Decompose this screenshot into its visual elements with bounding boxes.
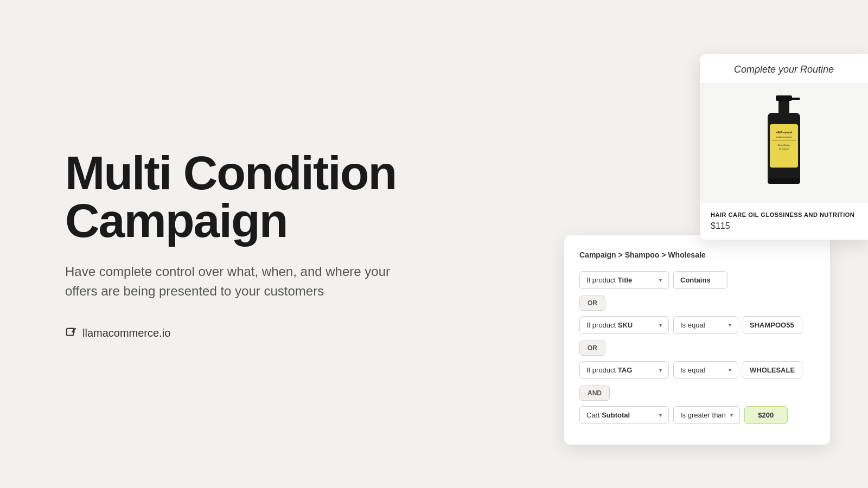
product-image-area: HAIR natural by llamacommerce Gloss & Nu… xyxy=(700,84,868,203)
chevron-down-icon-7: ▾ xyxy=(730,412,733,418)
product-price: $115 xyxy=(711,221,857,231)
is-greater-than-select[interactable]: Is greater than ▾ xyxy=(673,406,740,424)
is-equal-select-1[interactable]: Is equal ▾ xyxy=(673,316,738,334)
product-title-select[interactable]: If product Title ▾ xyxy=(579,271,669,289)
chevron-down-icon-3: ▾ xyxy=(729,322,731,328)
product-tag-select[interactable]: If product TAG ▾ xyxy=(579,361,669,379)
product-bottle-image: HAIR natural by llamacommerce Gloss & Nu… xyxy=(762,94,806,192)
product-sku-select[interactable]: If product SKU ▾ xyxy=(579,316,669,334)
product-tag-label: If product TAG xyxy=(586,366,632,374)
chevron-down-icon: ▾ xyxy=(659,277,662,283)
is-greater-than-label: Is greater than xyxy=(680,411,726,419)
svg-rect-3 xyxy=(776,95,792,101)
is-equal-label-1: Is equal xyxy=(680,321,705,329)
product-title-label: If product Title xyxy=(586,276,632,284)
chevron-down-icon-5: ▾ xyxy=(729,367,731,373)
svg-text:Gloss & Nutrition: Gloss & Nutrition xyxy=(778,144,790,146)
or-badge-2[interactable]: OR xyxy=(579,341,605,356)
or-badge-1[interactable]: OR xyxy=(579,296,605,311)
svg-text:by llamacommerce: by llamacommerce xyxy=(776,136,792,138)
condition-row-2: If product SKU ▾ Is equal ▾ SHAMPOO55 xyxy=(579,316,815,334)
product-card: Complete your Routine HAIR natural by ll… xyxy=(700,54,868,240)
tag-value-input[interactable]: WHOLESALE xyxy=(743,361,802,379)
svg-rect-2 xyxy=(778,99,789,114)
is-equal-label-2: Is equal xyxy=(680,366,705,374)
product-name: HAIR CARE OIL GLOSSINESS AND NUTRITION xyxy=(711,211,857,218)
cart-subtotal-label: Cart Subtotal xyxy=(586,411,630,419)
product-card-title: Complete your Routine xyxy=(700,54,868,84)
and-badge[interactable]: AND xyxy=(579,386,610,401)
product-sku-label: If product SKU xyxy=(586,321,633,329)
brand-name: llamacommerce.io xyxy=(82,327,170,339)
contains-input[interactable]: Contains xyxy=(673,271,727,289)
cart-subtotal-select[interactable]: Cart Subtotal ▾ xyxy=(579,406,669,424)
chevron-down-icon-4: ▾ xyxy=(659,367,662,373)
svg-text:HAIR natural: HAIR natural xyxy=(776,131,793,134)
chevron-down-icon-2: ▾ xyxy=(659,322,662,328)
condition-row-4: Cart Subtotal ▾ Is greater than ▾ $200 xyxy=(579,406,815,424)
product-info: HAIR CARE OIL GLOSSINESS AND NUTRITION $… xyxy=(700,203,868,240)
condition-row-3: If product TAG ▾ Is equal ▾ WHOLESALE xyxy=(579,361,815,379)
conditions-panel: Campaign > Shampoo > Wholesale If produc… xyxy=(564,235,830,445)
svg-text:Oil Treatment: Oil Treatment xyxy=(779,148,789,150)
external-link-icon xyxy=(65,327,77,339)
svg-rect-9 xyxy=(772,140,796,141)
svg-rect-4 xyxy=(790,98,800,100)
sku-value-input[interactable]: SHAMPOO55 xyxy=(743,316,802,334)
is-equal-select-2[interactable]: Is equal ▾ xyxy=(673,361,738,379)
subtotal-value[interactable]: $200 xyxy=(744,406,788,424)
chevron-down-icon-6: ▾ xyxy=(659,412,662,418)
condition-row-1: If product Title ▾ Contains xyxy=(579,271,815,289)
right-section: Complete your Routine HAIR natural by ll… xyxy=(412,0,868,488)
breadcrumb: Campaign > Shampoo > Wholesale xyxy=(579,251,815,259)
subtitle: Have complete control over what, when, a… xyxy=(65,262,412,301)
svg-rect-12 xyxy=(768,178,800,184)
